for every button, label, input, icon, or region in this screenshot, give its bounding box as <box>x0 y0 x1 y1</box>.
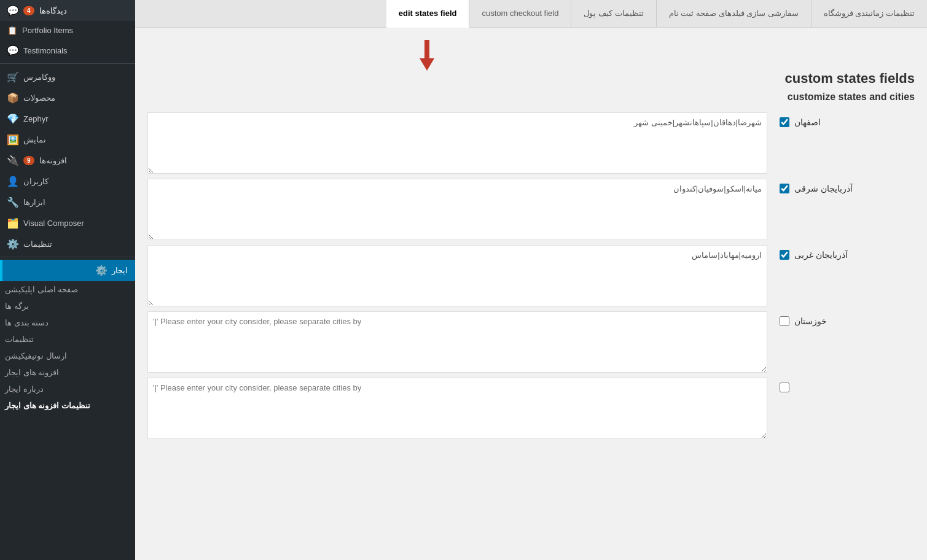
ijar-label: ایجار <box>112 266 128 275</box>
tab-custom-checkout[interactable]: custom checkout field <box>469 0 571 27</box>
products-label: محصولات <box>23 93 55 103</box>
sidebar-item-settings[interactable]: تنظیمات ⚙️ <box>0 233 135 254</box>
state-row-isfahan: اصفهان <box>147 112 915 174</box>
vc-icon: 🗂️ <box>7 217 18 228</box>
state-checkbox-east-az[interactable] <box>780 184 789 193</box>
sidebar-item-woocommerce[interactable]: ووکامرس 🛒 <box>0 66 135 87</box>
city-textarea-east-az[interactable] <box>147 179 767 240</box>
testimonials-icon: 💬 <box>7 45 18 56</box>
state-row-west-az: آذربایجان غربی <box>147 245 915 306</box>
sidebar-item-zephyr[interactable]: Zephyr 💎 <box>0 108 135 129</box>
state-checkbox-5[interactable] <box>780 383 789 392</box>
arrow-shaft <box>424 40 429 58</box>
section-heading: customize states and cities <box>147 91 915 103</box>
city-textarea-west-az[interactable] <box>147 245 767 306</box>
ijar-icon: ⚙️ <box>96 265 107 276</box>
sidebar-sub-item-settings[interactable]: تنظیمات <box>0 331 135 348</box>
users-label: کاربران <box>23 177 49 186</box>
state-checkbox-khuzestan[interactable] <box>780 316 789 326</box>
sidebar-sub-item-about-ijar[interactable]: درباره ایجار <box>0 381 135 397</box>
state-checkbox-isfahan[interactable] <box>780 117 789 127</box>
portfolio-icon: 📋 <box>7 26 17 35</box>
sidebar-item-display[interactable]: نمایش 🖼️ <box>0 129 135 150</box>
city-textarea-5[interactable] <box>147 378 767 439</box>
sidebar: دیدگاه‌ها 4 💬 Portfolio Items 📋 Testimon… <box>0 0 135 560</box>
page-heading: custom states fields <box>147 71 915 87</box>
display-icon: 🖼️ <box>7 134 18 145</box>
state-name-west-az: آذربایجان غربی <box>794 250 848 260</box>
woocommerce-icon: 🛒 <box>7 71 18 82</box>
sidebar-item-tools[interactable]: ابزارها 🔧 <box>0 192 135 212</box>
city-textarea-isfahan[interactable] <box>147 112 767 174</box>
tools-icon: 🔧 <box>7 196 18 208</box>
products-icon: 📦 <box>7 92 18 103</box>
sidebar-sub-item-plugin-settings[interactable]: تنظیمات افزونه های ایجار <box>0 397 135 414</box>
plugins-badge: 9 <box>23 156 34 165</box>
state-label-isfahan: اصفهان <box>780 112 915 127</box>
portfolio-label: Portfolio Items <box>22 26 73 35</box>
states-container: اصفهان آذربایجان شرقی آذربایجان غربی <box>147 112 915 444</box>
sidebar-sub-item-categories[interactable]: دسته بندی ها <box>0 314 135 331</box>
state-name-khuzestan: خوزستان <box>794 316 827 326</box>
plugins-label: افزونه‌ها <box>39 156 67 165</box>
state-checkbox-west-az[interactable] <box>780 250 789 260</box>
sidebar-item-portfolio[interactable]: Portfolio Items 📋 <box>0 21 135 40</box>
plugins-icon: 🔌 <box>7 155 18 166</box>
sidebar-item-ijar[interactable]: ایجار ⚙️ ◀ <box>0 260 135 281</box>
settings-icon: ⚙️ <box>7 238 18 249</box>
state-label-5 <box>780 378 915 392</box>
woocommerce-label: ووکامرس <box>23 72 55 82</box>
tab-edit-states[interactable]: edit states field <box>386 0 470 28</box>
state-name-east-az: آذربایجان شرقی <box>794 184 853 193</box>
state-label-west-az: آذربایجان غربی <box>780 245 915 260</box>
display-label: نمایش <box>23 135 46 144</box>
sidebar-item-users[interactable]: کاربران 👤 <box>0 171 135 192</box>
arrow-wrapper <box>147 40 706 71</box>
tools-label: ابزارها <box>23 198 45 207</box>
zephyr-label: Zephyr <box>23 114 48 123</box>
sidebar-divider-2 <box>0 257 135 257</box>
tab-register-fields[interactable]: سفارشی سازی فیلدهای صفحه ثبت نام <box>657 0 812 27</box>
state-row-east-az: آذربایجان شرقی <box>147 179 915 240</box>
sidebar-item-visual-composer[interactable]: Visual Composer 🗂️ <box>0 212 135 233</box>
sidebar-item-dashboard[interactable]: دیدگاه‌ها 4 💬 <box>0 0 135 21</box>
settings-label: تنظیمات <box>23 239 52 249</box>
sidebar-divider-1 <box>0 63 135 64</box>
state-row-5 <box>147 378 915 439</box>
sidebar-item-testimonials[interactable]: Testimonials 💬 <box>0 40 135 61</box>
tabs-bar: تنظیمات زمانبندی فروشگاه سفارشی سازی فیل… <box>135 0 927 28</box>
sidebar-item-products[interactable]: محصولات 📦 <box>0 87 135 108</box>
zephyr-icon: 💎 <box>7 113 18 124</box>
sidebar-sub-item-tags[interactable]: برگه ها <box>0 298 135 314</box>
state-name-isfahan: اصفهان <box>794 117 821 127</box>
dashboard-icon: 💬 <box>7 5 18 16</box>
tab-wallet-settings[interactable]: تنظیمات کیف پول <box>571 0 656 27</box>
sidebar-sub-item-app-home[interactable]: صفحه اصلی اپلیکیشن <box>0 281 135 298</box>
state-row-khuzestan: خوزستان <box>147 311 915 373</box>
sidebar-item-plugins[interactable]: افزونه‌ها 9 🔌 <box>0 150 135 171</box>
main-content: تنظیمات زمانبندی فروشگاه سفارشی سازی فیل… <box>135 0 927 560</box>
tab-store-settings[interactable]: تنظیمات زمانبندی فروشگاه <box>812 0 927 27</box>
dashboard-label: دیدگاه‌ها <box>39 6 67 15</box>
users-icon: 👤 <box>7 176 18 187</box>
vc-label: Visual Composer <box>23 219 84 228</box>
city-textarea-khuzestan[interactable] <box>147 311 767 373</box>
state-label-khuzestan: خوزستان <box>780 311 915 326</box>
content-area: custom states fields customize states an… <box>135 28 927 560</box>
arrow-down <box>420 58 434 71</box>
dashboard-badge: 4 <box>23 6 34 15</box>
sidebar-sub-item-ijar-plugins[interactable]: افزونه های ایجار <box>0 364 135 381</box>
state-label-east-az: آذربایجان شرقی <box>780 179 915 193</box>
testimonials-label: Testimonials <box>23 46 68 55</box>
sidebar-sub-item-notifications[interactable]: ارسال نوتیفیکیشن <box>0 348 135 364</box>
